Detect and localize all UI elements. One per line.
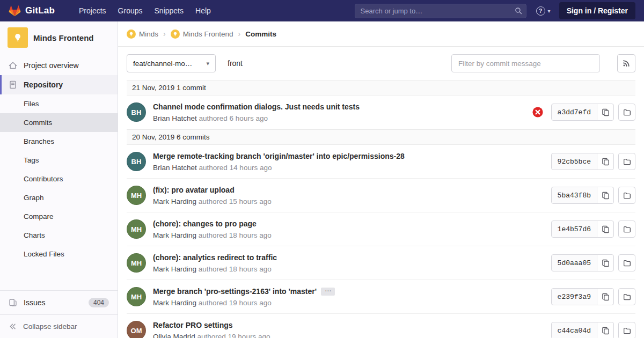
commit-sha-link[interactable]: c44ca04d xyxy=(551,322,597,338)
copy-sha-button[interactable] xyxy=(597,254,614,271)
search-input[interactable] xyxy=(355,4,526,18)
author-avatar[interactable]: BH xyxy=(127,152,146,171)
repo-path-link[interactable]: front xyxy=(228,59,243,68)
commit-authored-time: authored 19 hours ago xyxy=(199,299,272,307)
nav-item-help[interactable]: Help xyxy=(189,3,217,18)
commit-sha-link[interactable]: 5d0aaa05 xyxy=(551,254,597,271)
commit-title-link[interactable]: (fix): pro avatar upload xyxy=(153,186,235,194)
commit-author-link[interactable]: Mark Harding xyxy=(153,299,196,307)
commit-sha-link[interactable]: e239f3a9 xyxy=(551,288,597,305)
sidebar-item-files[interactable]: Files xyxy=(0,94,118,113)
breadcrumb-group-link[interactable]: Minds xyxy=(127,30,158,39)
commit-filter-input[interactable] xyxy=(451,54,600,72)
commit-title-link[interactable]: Merge remote-tracking branch 'origin/mas… xyxy=(153,152,405,160)
copy-sha-button[interactable] xyxy=(597,288,614,305)
sidebar-item-contributors[interactable]: Contributors xyxy=(0,170,118,188)
sidebar-nav: Project overview Repository Files Commit… xyxy=(0,54,118,290)
commit-authored-time: authored 14 hours ago xyxy=(199,164,272,172)
nav-item-groups[interactable]: Groups xyxy=(112,3,149,18)
author-avatar[interactable]: MH xyxy=(127,186,146,205)
author-avatar[interactable]: OM xyxy=(127,321,146,338)
commit-authored-time: authored 6 hours ago xyxy=(199,114,268,122)
commit-title-link[interactable]: (chore): changes to pro page xyxy=(153,219,257,228)
copy-sha-button[interactable] xyxy=(597,104,614,121)
copy-icon xyxy=(602,259,610,267)
author-avatar[interactable]: BH xyxy=(127,102,146,122)
breadcrumb-separator: › xyxy=(163,30,166,38)
commit-author-link[interactable]: Mark Harding xyxy=(153,231,196,239)
copy-sha-button[interactable] xyxy=(597,153,614,170)
sidebar-item-compare[interactable]: Compare xyxy=(0,207,118,226)
commit-author-link[interactable]: Olivia Madrid xyxy=(153,333,195,338)
project-avatar-small xyxy=(171,30,180,39)
copy-sha-button[interactable] xyxy=(597,187,614,204)
sidebar-item-issues[interactable]: Issues 404 xyxy=(0,291,118,314)
primary-nav: Projects Groups Snippets Help xyxy=(73,3,217,18)
commit-author-link[interactable]: Brian Hatchet xyxy=(153,114,197,122)
sidebar-item-tags[interactable]: Tags xyxy=(0,151,118,170)
sidebar-item-branches[interactable]: Branches xyxy=(0,132,118,151)
copy-sha-button[interactable] xyxy=(597,322,614,338)
commit-authored-time: authored 15 hours ago xyxy=(199,197,272,205)
home-icon xyxy=(9,61,17,70)
commit-list: 21 Nov, 2019 1 commit BH Channel mode co… xyxy=(118,80,644,338)
copy-icon xyxy=(602,225,610,233)
commit-row: MH (chore): changes to pro page Mark Har… xyxy=(127,212,635,246)
commit-sha-link[interactable]: 5ba43f8b xyxy=(551,187,597,204)
browse-files-button[interactable] xyxy=(618,187,635,204)
top-navbar: GitLab Projects Groups Snippets Help ? ▾… xyxy=(0,0,644,21)
copy-icon xyxy=(602,192,610,200)
author-avatar[interactable]: MH xyxy=(127,253,146,273)
sidebar-item-commits[interactable]: Commits xyxy=(0,113,118,132)
sign-in-register-button[interactable]: Sign in / Register xyxy=(559,2,635,19)
question-mark-icon: ? xyxy=(536,6,545,16)
lightbulb-icon xyxy=(172,31,178,37)
commit-sha-link[interactable]: 1e4b57d6 xyxy=(551,221,597,238)
browse-files-button[interactable] xyxy=(618,322,635,338)
search-icon[interactable] xyxy=(515,7,522,14)
browse-files-button[interactable] xyxy=(618,221,635,238)
help-dropdown[interactable]: ? ▾ xyxy=(536,6,551,16)
browse-files-button[interactable] xyxy=(618,288,635,305)
commit-row: MH Merge branch 'pro-settings-2163' into… xyxy=(127,280,635,314)
gitlab-home-link[interactable]: GitLab xyxy=(9,5,55,17)
double-chevron-left-icon xyxy=(9,322,17,330)
commit-sha-link[interactable]: a3dd7efd xyxy=(551,104,597,121)
copy-sha-button[interactable] xyxy=(597,221,614,238)
lightbulb-icon xyxy=(12,32,23,43)
folder-icon xyxy=(623,225,631,233)
commit-title-link[interactable]: Merge branch 'pro-settings-2163' into 'm… xyxy=(153,287,317,296)
author-avatar[interactable]: MH xyxy=(127,219,146,239)
commit-title-link[interactable]: Channel mode confirmation dialogs. Just … xyxy=(153,102,360,111)
issues-icon xyxy=(9,298,17,307)
project-header[interactable]: Minds Frontend xyxy=(0,21,118,54)
browse-files-button[interactable] xyxy=(618,104,635,121)
collapse-sidebar-button[interactable]: Collapse sidebar xyxy=(0,314,118,338)
commit-row: OM Refactor PRO settings Olivia Madrid a… xyxy=(127,314,635,338)
commit-author-link[interactable]: Brian Hatchet xyxy=(153,164,197,172)
browse-files-button[interactable] xyxy=(618,254,635,271)
pipeline-failed-icon[interactable] xyxy=(532,106,544,118)
sidebar-item-label: Issues xyxy=(24,298,45,307)
commits-feed-button[interactable] xyxy=(617,54,635,72)
browse-files-button[interactable] xyxy=(618,153,635,170)
sidebar-item-locked-files[interactable]: Locked Files xyxy=(0,245,118,263)
commits-controls: feat/channel-mo… ▾ front xyxy=(118,47,644,80)
branch-selector-dropdown[interactable]: feat/channel-mo… ▾ xyxy=(127,54,216,72)
sidebar-item-charts[interactable]: Charts xyxy=(0,226,118,245)
commit-author-link[interactable]: Mark Harding xyxy=(153,197,196,205)
commit-title-link[interactable]: Refactor PRO settings xyxy=(153,321,233,329)
commit-author-link[interactable]: Mark Harding xyxy=(153,265,196,273)
sidebar-item-graph[interactable]: Graph xyxy=(0,188,118,207)
breadcrumb-project-link[interactable]: Minds Frontend xyxy=(171,30,233,39)
breadcrumb: Minds › Minds Frontend › Commits xyxy=(118,21,644,47)
sidebar-item-repository[interactable]: Repository xyxy=(0,75,118,94)
nav-item-projects[interactable]: Projects xyxy=(73,3,112,18)
sidebar-item-project-overview[interactable]: Project overview xyxy=(0,56,118,75)
commit-sha-link[interactable]: 92cb5bce xyxy=(551,153,597,170)
nav-item-snippets[interactable]: Snippets xyxy=(149,3,189,18)
author-avatar[interactable]: MH xyxy=(127,287,146,306)
expand-commit-message-button[interactable]: ⋯ xyxy=(321,288,335,296)
project-sidebar: Minds Frontend Project overview Reposito… xyxy=(0,21,118,338)
commit-title-link[interactable]: (chore): analytics redirect to traffic xyxy=(153,253,277,262)
